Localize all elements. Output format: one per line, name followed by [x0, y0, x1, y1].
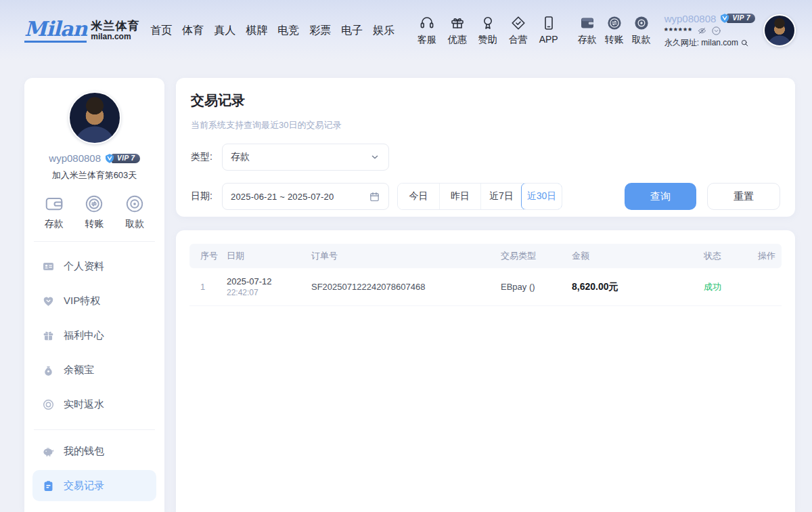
transfer-filled-icon — [606, 15, 623, 31]
wallet-filled-icon — [579, 15, 595, 31]
quicklink-label: 合营 — [509, 34, 528, 46]
rebate-icon — [42, 398, 55, 411]
date-range-input[interactable]: 2025-06-21 ~ 2025-07-20 — [222, 183, 389, 210]
sidebar-deposit-button[interactable]: 存款 — [44, 194, 64, 230]
brand-logo[interactable]: Milan 米兰体育 milan.com — [24, 19, 139, 43]
nav-item-sports[interactable]: 体育 — [182, 24, 204, 38]
calendar-icon — [369, 191, 380, 202]
user-info-block: wyp080808 VIP 7 ****** 永久网址: milan.com — [664, 13, 755, 49]
nav-item-entertainment[interactable]: 娱乐 — [373, 24, 394, 38]
vip-heart-icon — [42, 295, 55, 307]
main-nav: 首页 体育 真人 棋牌 电竞 彩票 电子 娱乐 — [150, 24, 394, 38]
table-header-row: 序号 日期 订单号 交易类型 金额 状态 操作 — [189, 244, 782, 268]
nav-item-esports[interactable]: 电竞 — [277, 24, 299, 38]
quicklink-label: 转账 — [605, 34, 624, 46]
masked-balance-text: ****** — [664, 26, 693, 36]
cell-time-value: 22:42:07 — [227, 288, 311, 297]
cell-status-badge: 成功 — [704, 281, 758, 293]
id-card-icon — [42, 260, 55, 273]
column-header-actions: 操作 — [758, 250, 782, 262]
quicklink-withdraw[interactable]: 取款 — [629, 15, 654, 46]
column-header-amount: 金额 — [572, 250, 704, 262]
quicklink-label: 客服 — [418, 34, 436, 46]
quicklink-label: 存款 — [578, 34, 597, 46]
quicklink-promotions[interactable]: 优惠 — [445, 15, 470, 46]
page-subtitle: 当前系统支持查询最近30日的交易记录 — [191, 119, 780, 131]
headset-icon — [419, 15, 435, 31]
sidebar-item-yuebao[interactable]: 余额宝 — [32, 354, 156, 385]
records-table-card: 序号 日期 订单号 交易类型 金额 状态 操作 1 2025-07-12 22:… — [176, 230, 795, 512]
range-7days-button[interactable]: 近7日 — [480, 184, 522, 209]
gift-icon — [449, 15, 466, 31]
sidebar-withdraw-button[interactable]: 取款 — [125, 194, 145, 230]
quicklink-transfer[interactable]: 转账 — [602, 15, 627, 46]
quick-action-label: 转账 — [85, 218, 104, 230]
sidebar-item-profile[interactable]: 个人资料 — [32, 251, 156, 282]
quicklink-label: 优惠 — [448, 34, 467, 46]
table-row: 1 2025-07-12 22:42:07 SF2025071222420786… — [189, 268, 782, 306]
profile-sidebar: wyp080808 VIP 7 加入米兰体育第603天 存款 转账 — [24, 78, 164, 512]
date-range-value: 2025-06-21 ~ 2025-07-20 — [231, 192, 369, 202]
nav-item-home[interactable]: 首页 — [150, 24, 172, 38]
date-filter-label: 日期: — [191, 190, 222, 202]
column-header-index: 序号 — [189, 250, 227, 262]
vip-level-label: VIP 7 — [727, 14, 755, 23]
cell-amount: 8,620.00元 — [572, 281, 704, 293]
phone-icon — [541, 15, 557, 31]
sidebar-item-transaction-records[interactable]: 交易记录 — [32, 470, 156, 501]
username-text[interactable]: wyp080808 — [664, 13, 717, 24]
vip-shield-icon — [104, 153, 115, 164]
sidebar-item-my-wallet[interactable]: 我的钱包 — [32, 435, 156, 467]
search-button[interactable]: 查询 — [625, 183, 696, 210]
column-header-date: 日期 — [227, 250, 311, 262]
vip-badge[interactable]: VIP 7 — [104, 153, 140, 164]
logo-domain-text: milan.com — [91, 33, 139, 41]
nav-item-live-casino[interactable]: 真人 — [214, 24, 235, 38]
quicklink-deposit[interactable]: 存款 — [575, 15, 600, 46]
transfer-outline-icon — [84, 194, 104, 214]
permanent-url-text: 永久网址: milan.com — [664, 37, 738, 49]
records-icon — [42, 479, 55, 492]
cell-date-value: 2025-07-12 — [227, 276, 311, 286]
sidebar-item-welfare-center[interactable]: 福利中心 — [32, 320, 156, 351]
range-today-button[interactable]: 今日 — [398, 184, 439, 209]
chevron-down-circle-icon[interactable] — [711, 26, 721, 36]
nav-item-lottery[interactable]: 彩票 — [309, 24, 331, 38]
page-layout: wyp080808 VIP 7 加入米兰体育第603天 存款 转账 — [0, 61, 812, 512]
logo-text-block: 米兰体育 milan.com — [91, 20, 139, 41]
range-yesterday-button[interactable]: 昨日 — [439, 184, 480, 209]
page-title: 交易记录 — [191, 91, 780, 110]
vip-level-label: VIP 7 — [112, 154, 140, 163]
sidebar-transfer-button[interactable]: 转账 — [84, 194, 104, 230]
sidebar-item-realtime-rebate[interactable]: 实时返水 — [32, 389, 156, 420]
quick-action-label: 取款 — [125, 218, 144, 230]
user-avatar[interactable] — [763, 14, 796, 47]
sidebar-item-label: 余额宝 — [64, 364, 94, 377]
cell-date: 2025-07-12 22:42:07 — [227, 276, 311, 297]
range-30days-button[interactable]: 近30日 — [521, 183, 562, 210]
divider — [34, 241, 155, 242]
quicklink-sponsor[interactable]: 赞助 — [476, 15, 500, 46]
nav-item-slots[interactable]: 电子 — [341, 24, 363, 38]
profile-avatar[interactable] — [68, 91, 121, 144]
type-filter-label: 类型: — [191, 151, 222, 163]
sidebar-item-label: 交易记录 — [64, 479, 104, 492]
vip-badge[interactable]: VIP 7 — [719, 13, 755, 24]
reset-button[interactable]: 重置 — [707, 183, 780, 210]
quicklink-app-download[interactable]: APP — [537, 15, 561, 45]
sidebar-menu: 个人资料 VIP特权 福利中心 余额宝 — [24, 244, 164, 501]
nav-item-chess[interactable]: 棋牌 — [246, 24, 267, 38]
quicklink-customer-service[interactable]: 客服 — [415, 15, 439, 46]
search-icon[interactable] — [740, 39, 749, 47]
eye-off-icon[interactable] — [697, 26, 707, 36]
chevron-down-icon — [369, 152, 380, 163]
sidebar-item-vip-privileges[interactable]: VIP特权 — [32, 285, 156, 316]
join-days-text: 加入米兰体育第603天 — [24, 169, 164, 182]
quicklink-label: APP — [539, 34, 558, 45]
type-select[interactable]: 存款 — [222, 144, 389, 171]
cell-order-no: SF202507122242078607468 — [311, 282, 501, 292]
handshake-icon — [510, 15, 526, 31]
column-header-type: 交易类型 — [501, 250, 572, 262]
wallet-outline-icon — [44, 194, 64, 214]
quicklink-partnership[interactable]: 合营 — [506, 15, 531, 46]
